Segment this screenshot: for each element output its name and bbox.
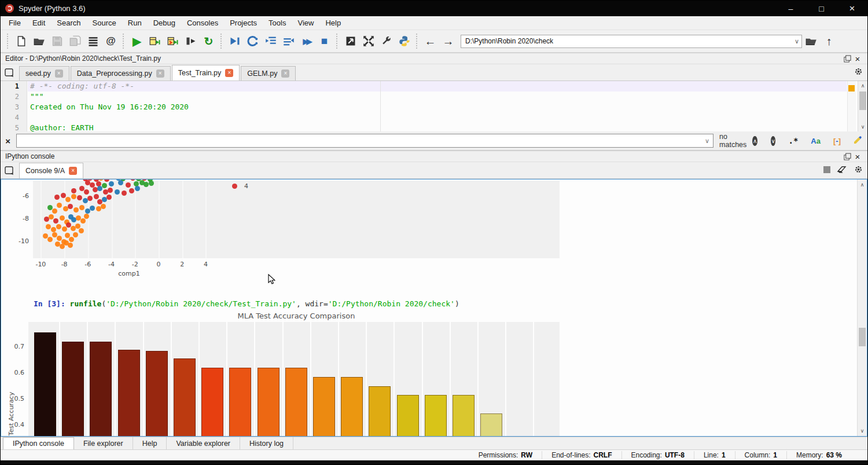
scroll-down-arrow[interactable]: ∨: [858, 427, 867, 435]
plugin-tab-help[interactable]: Help: [133, 437, 167, 449]
bar-chart-title: MLA Test Accuracy Comparison: [192, 312, 400, 320]
close-find-icon[interactable]: ×: [5, 136, 10, 146]
clear-console-button[interactable]: [837, 165, 847, 175]
scroll-up-arrow[interactable]: ∧: [858, 181, 867, 189]
code-line[interactable]: [28, 112, 847, 123]
run-selection-button[interactable]: [182, 32, 200, 50]
debug-file-button[interactable]: [226, 32, 244, 50]
plugin-tab-file-explorer[interactable]: File explorer: [74, 437, 133, 449]
run-cell-button[interactable]: [146, 32, 164, 50]
browse-directory-button[interactable]: [802, 32, 820, 50]
close-tab-icon[interactable]: ×: [225, 69, 233, 77]
save-all-button[interactable]: [66, 32, 84, 50]
rerun-button[interactable]: ↻: [200, 32, 218, 50]
menu-search[interactable]: Search: [51, 17, 86, 28]
close-pane-icon[interactable]: ×: [852, 54, 863, 63]
scatter-point: [101, 204, 106, 209]
working-directory-combobox[interactable]: D:\Python\Robin 2020\check ∨: [461, 35, 802, 48]
editor-tab-test_train-py[interactable]: Test_Train.py×: [172, 65, 240, 80]
console-tab[interactable]: Console 9/A ×: [19, 163, 83, 178]
regex-toggle-icon[interactable]: .*: [788, 136, 798, 145]
console-output-area[interactable]: In [3]: runfile('D:/Python/Robin 2020/ch…: [1, 179, 867, 437]
python-env-button[interactable]: [395, 32, 413, 50]
debug-step-return-button[interactable]: [279, 32, 297, 50]
editor-tab-data_preprocessing-py[interactable]: Data_Preprocessing.py×: [71, 66, 171, 80]
minimize-button[interactable]: –: [775, 1, 806, 16]
editor-tab-seed-py[interactable]: seed.py×: [19, 66, 69, 80]
close-tab-icon[interactable]: ×: [69, 167, 77, 175]
console-scrollbar[interactable]: ∧ ∨: [857, 180, 867, 436]
browse-tabs-button[interactable]: [3, 67, 17, 79]
close-tab-icon[interactable]: ×: [281, 69, 289, 78]
run-cell-advance-button[interactable]: [164, 32, 182, 50]
save-button[interactable]: [48, 32, 66, 50]
debug-stop-button[interactable]: ■: [315, 32, 333, 50]
step-return-icon: [283, 35, 295, 47]
parent-directory-button[interactable]: ↑: [820, 32, 838, 50]
new-file-button[interactable]: [12, 32, 30, 50]
debug-continue-button[interactable]: ▶▶: [297, 32, 315, 50]
scroll-down-arrow[interactable]: ∨: [858, 123, 867, 131]
run-file-button[interactable]: ▶: [128, 32, 146, 50]
preferences-button[interactable]: [377, 32, 395, 50]
code-line[interactable]: @author: EARTH: [28, 123, 847, 131]
editor-tab-gelm-py[interactable]: GELM.py×: [241, 66, 296, 80]
code-line[interactable]: """: [28, 91, 847, 102]
open-file-button[interactable]: [30, 32, 48, 50]
plugin-tab-history-log[interactable]: History log: [240, 437, 293, 449]
code-line[interactable]: Created on Thu Nov 19 16:20:20 2020: [28, 102, 847, 112]
editor-options-gear-icon[interactable]: [854, 67, 863, 78]
warning-flag[interactable]: [848, 85, 855, 91]
find-next-button[interactable]: ∨: [771, 136, 776, 146]
scatter-point: [69, 237, 74, 242]
menu-view[interactable]: View: [292, 17, 319, 28]
forward-button[interactable]: →: [439, 32, 457, 50]
debug-step-button[interactable]: [244, 32, 262, 50]
tab-label: GELM.py: [247, 69, 277, 78]
status-label: Column:: [745, 451, 771, 459]
maximize-pane-button[interactable]: [341, 32, 359, 50]
console-scrollbar-thumb[interactable]: [859, 328, 866, 346]
search-input[interactable]: ∨: [16, 134, 713, 148]
menu-source[interactable]: Source: [87, 17, 122, 28]
debug-step-into-button[interactable]: [262, 32, 279, 50]
undock-pane-icon[interactable]: [842, 152, 852, 161]
menu-projects[interactable]: Projects: [224, 17, 263, 28]
spyder-app-icon: [5, 4, 14, 13]
undock-pane-icon[interactable]: [842, 54, 852, 63]
browse-tabs-button[interactable]: [3, 164, 17, 177]
bar-gridline: [533, 322, 534, 437]
editor-scrollbar[interactable]: ∧ ∨: [858, 81, 867, 131]
plugin-tab-ipython-console[interactable]: IPython console: [3, 437, 74, 449]
menu-file[interactable]: File: [3, 17, 27, 28]
back-button[interactable]: ←: [421, 32, 439, 50]
close-tab-icon[interactable]: ×: [55, 69, 63, 78]
menu-consoles[interactable]: Consoles: [181, 17, 224, 28]
scroll-up-arrow[interactable]: ∧: [858, 82, 867, 90]
menu-help[interactable]: Help: [319, 17, 347, 28]
plugin-tab-variable-explorer[interactable]: Variable explorer: [167, 437, 240, 449]
fullscreen-button[interactable]: [359, 32, 377, 50]
outline-button[interactable]: [84, 32, 102, 50]
editor-scrollbar-thumb[interactable]: [859, 91, 866, 110]
match-case-toggle-icon[interactable]: Aa: [811, 137, 821, 145]
menu-run[interactable]: Run: [122, 17, 148, 28]
close-button[interactable]: ×: [837, 1, 867, 16]
editor-content[interactable]: # -*- coding: utf-8 -*-"""Created on Thu…: [1, 81, 867, 131]
chevron-down-icon[interactable]: ∨: [705, 137, 709, 145]
close-pane-icon[interactable]: ×: [852, 152, 863, 161]
menu-bar: FileEditSearchSourceRunDebugConsolesProj…: [1, 16, 867, 30]
code-line[interactable]: # -*- coding: utf-8 -*-: [28, 81, 847, 91]
menu-debug[interactable]: Debug: [148, 17, 181, 28]
find-previous-button[interactable]: ∧: [752, 136, 757, 146]
menu-edit[interactable]: Edit: [27, 17, 51, 28]
console-options-gear-icon[interactable]: [854, 165, 863, 175]
maximize-button[interactable]: □: [806, 1, 837, 16]
find-symbols-button[interactable]: @: [102, 32, 120, 50]
menu-tools[interactable]: Tools: [263, 17, 292, 28]
highlight-matches-icon[interactable]: [853, 136, 863, 146]
close-tab-icon[interactable]: ×: [156, 69, 164, 78]
whole-words-toggle-icon[interactable]: [-]: [833, 137, 841, 145]
inspect-button[interactable]: [823, 166, 830, 173]
scatter-point: [47, 237, 53, 242]
